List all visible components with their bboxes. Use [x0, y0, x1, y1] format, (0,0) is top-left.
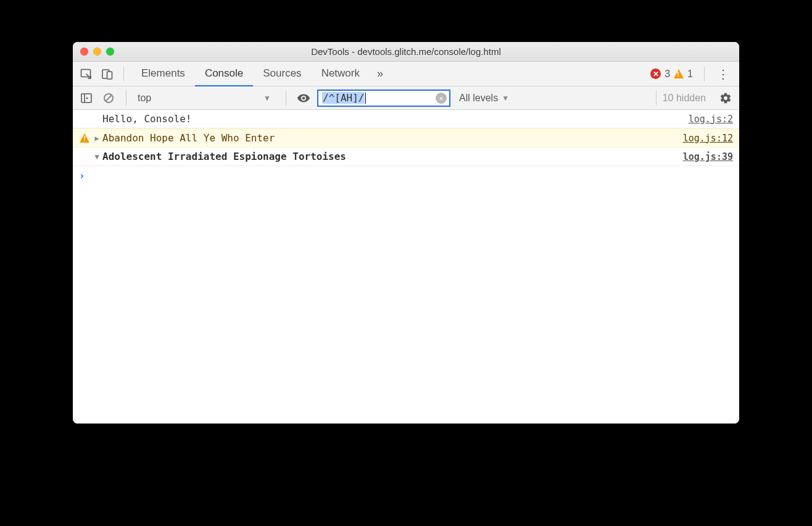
status-badges[interactable]: ✕ 3 1	[650, 69, 697, 80]
group-source-link[interactable]: log.js:39	[683, 151, 733, 162]
close-window-button[interactable]	[80, 48, 88, 56]
svg-rect-2	[107, 72, 112, 79]
console-settings-icon[interactable]	[717, 90, 734, 107]
context-label: top	[135, 93, 151, 104]
warning-message-row[interactable]: ▶ Abandon Hope All Ye Who Enter log.js:1…	[73, 128, 739, 148]
warning-source-link[interactable]: log.js:12	[683, 133, 733, 144]
device-toolbar-icon[interactable]	[99, 65, 116, 83]
context-selector[interactable]: top ▼	[135, 93, 277, 104]
log-source-link[interactable]: log.js:2	[689, 114, 733, 125]
warning-text: Abandon Hope All Ye Who Enter	[102, 132, 683, 144]
tab-sources[interactable]: Sources	[253, 62, 311, 86]
more-tabs-button[interactable]: »	[373, 67, 387, 80]
group-message-row[interactable]: ▼ Adolescent Irradiated Espionage Tortoi…	[73, 148, 739, 166]
divider	[704, 67, 705, 81]
console-messages: Hello, Console! log.js:2 ▶ Abandon Hope …	[73, 110, 739, 424]
titlebar: DevTools - devtools.glitch.me/console/lo…	[73, 42, 739, 62]
window-title: DevTools - devtools.glitch.me/console/lo…	[73, 46, 739, 57]
filter-value: /^[AH]/	[322, 92, 365, 104]
warning-count: 1	[687, 69, 693, 80]
hidden-messages-count[interactable]: 10 hidden	[656, 91, 712, 106]
tab-console[interactable]: Console	[195, 62, 253, 86]
main-tabbar: Elements Console Sources Network » ✕ 3 1…	[73, 62, 739, 86]
divider	[126, 91, 126, 106]
kebab-menu-icon[interactable]: ⋮	[712, 67, 734, 81]
tab-elements[interactable]: Elements	[131, 62, 195, 86]
traffic-lights	[80, 48, 114, 56]
inspect-element-icon[interactable]	[78, 65, 95, 83]
log-message-row[interactable]: Hello, Console! log.js:2	[73, 110, 739, 128]
svg-rect-0	[81, 69, 91, 77]
live-expression-icon[interactable]	[295, 90, 312, 107]
prompt-chevron-icon: ›	[79, 170, 85, 182]
filter-input[interactable]: /^[AH]/ ✕	[317, 90, 450, 107]
warning-icon	[674, 69, 684, 78]
console-toolbar: top ▼ /^[AH]/ ✕ All levels ▼ 10 hidden	[73, 86, 739, 110]
devtools-window: DevTools - devtools.glitch.me/console/lo…	[73, 42, 739, 424]
expand-arrow-icon[interactable]: ▶	[91, 134, 102, 143]
log-text: Hello, Console!	[78, 113, 689, 125]
divider	[123, 67, 124, 81]
tab-network[interactable]: Network	[312, 62, 370, 86]
group-text: Adolescent Irradiated Espionage Tortoise…	[102, 151, 683, 162]
svg-line-6	[106, 95, 112, 101]
chevron-down-icon: ▼	[502, 94, 509, 102]
chevron-down-icon: ▼	[263, 94, 271, 102]
maximize-window-button[interactable]	[106, 48, 114, 56]
clear-console-icon[interactable]	[100, 90, 117, 107]
console-prompt[interactable]: ›	[73, 166, 739, 185]
clear-filter-icon[interactable]: ✕	[436, 93, 447, 104]
collapse-arrow-icon[interactable]: ▼	[91, 152, 102, 161]
error-icon: ✕	[650, 69, 661, 79]
levels-label: All levels	[459, 93, 498, 104]
sidebar-toggle-icon[interactable]	[78, 90, 95, 107]
log-levels-selector[interactable]: All levels ▼	[455, 93, 513, 104]
text-caret	[365, 93, 366, 104]
error-count: 3	[665, 69, 670, 80]
panel-tabs: Elements Console Sources Network	[131, 62, 370, 86]
minimize-window-button[interactable]	[93, 48, 101, 56]
divider	[286, 91, 286, 106]
warning-icon	[78, 133, 91, 143]
